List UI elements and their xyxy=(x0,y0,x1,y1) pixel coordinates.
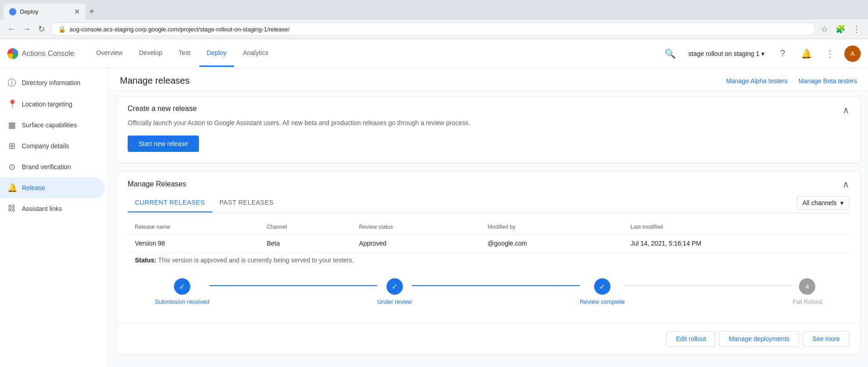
timeline-step-fullrollout: 4 Full Rollout xyxy=(793,278,822,305)
sidebar-item-location-targeting[interactable]: 📍 Location targeting xyxy=(0,94,105,115)
channel-filter[interactable]: All channels ▾ xyxy=(797,196,850,210)
nav-links: Overview Develop Test Deploy Analytics xyxy=(89,40,661,67)
progress-timeline: ✓ Submission received ✓ Under review xyxy=(128,267,849,312)
nav-test[interactable]: Test xyxy=(171,40,198,67)
tabs-row: CURRENT RELEASES PAST RELEASES All chann… xyxy=(128,193,849,213)
col-modified-by: Modified by xyxy=(481,220,624,234)
bookmark-icon[interactable]: ☆ xyxy=(819,22,830,36)
step-label-review: Under review xyxy=(377,298,412,305)
surface-icon: ▦ xyxy=(7,120,16,130)
search-button[interactable]: 🔍 xyxy=(661,45,680,63)
step-circle-complete: ✓ xyxy=(594,278,610,295)
help-button[interactable]: ? xyxy=(774,45,792,63)
create-release-content: Create a new release ∧ Officially launch… xyxy=(117,97,860,163)
see-more-button[interactable]: See more xyxy=(803,331,849,347)
tab-favicon xyxy=(9,8,16,15)
new-tab-button[interactable]: + xyxy=(85,5,98,19)
release-tabs: CURRENT RELEASES PAST RELEASES xyxy=(128,193,281,212)
project-chevron-icon: ▾ xyxy=(761,50,764,57)
manage-releases-collapse-icon[interactable]: ∧ xyxy=(843,179,849,190)
back-button[interactable]: ← xyxy=(5,23,17,36)
timeline-step-complete: ✓ Review complete xyxy=(580,278,625,305)
logo-area: Actions Console xyxy=(7,48,74,59)
step-check-icon-submission: ✓ xyxy=(179,282,185,291)
info-icon: ⓘ xyxy=(7,77,16,88)
extension-icon[interactable]: 🧩 xyxy=(833,22,847,36)
cell-review-status: Approved xyxy=(352,234,481,253)
sidebar-label-brand-verification: Brand verification xyxy=(22,163,71,171)
nav-develop[interactable]: Develop xyxy=(132,40,169,67)
lock-icon: 🔒 xyxy=(58,25,66,33)
app-container: Actions Console Overview Develop Test De… xyxy=(0,39,868,367)
project-name: stage rollout on staging 1 xyxy=(689,50,759,57)
nav-right: 🔍 stage rollout on staging 1 ▾ ? 🔔 ⋮ A xyxy=(661,45,861,63)
browser-chrome: Deploy ✕ + ← → ↻ 🔒 aog-console.acs-stagi… xyxy=(0,0,868,39)
manage-beta-testers-link[interactable]: Manage Beta testers xyxy=(799,77,857,85)
step-circle-fullrollout: 4 xyxy=(799,278,815,295)
sidebar-item-directory-information[interactable]: ⓘ Directory information xyxy=(0,72,105,94)
manage-releases-title: Manage Releases xyxy=(128,180,186,188)
refresh-button[interactable]: ↻ xyxy=(36,22,47,36)
manage-releases-section: Manage Releases ∧ CURRENT RELEASES PAST … xyxy=(116,171,861,354)
nav-overview[interactable]: Overview xyxy=(89,40,130,67)
sidebar-label-release: Release xyxy=(22,184,45,191)
sidebar-item-release[interactable]: 🔔 Release xyxy=(0,177,105,198)
shield-icon: ⊙ xyxy=(7,162,16,172)
timeline-step-submission: ✓ Submission received xyxy=(155,278,209,305)
notifications-button[interactable]: 🔔 xyxy=(797,45,815,63)
avatar[interactable]: A xyxy=(844,45,861,62)
nav-deploy[interactable]: Deploy xyxy=(199,40,234,67)
menu-icon[interactable]: ⋮ xyxy=(851,22,863,36)
tab-past-releases[interactable]: PAST RELEASES xyxy=(212,193,281,212)
create-release-title: Create a new release xyxy=(128,105,197,113)
col-review-status: Review status xyxy=(352,220,481,234)
manage-alpha-testers-link[interactable]: Manage Alpha testers xyxy=(726,77,787,85)
create-release-header: Create a new release ∧ xyxy=(128,97,849,119)
table-row[interactable]: Version 98 Beta Approved @google.com Jul… xyxy=(128,234,849,253)
sidebar-item-surface-capabilities[interactable]: ▦ Surface capabilities xyxy=(0,115,105,136)
manage-releases-content: Manage Releases ∧ CURRENT RELEASES PAST … xyxy=(117,171,860,323)
create-release-collapse-icon[interactable]: ∧ xyxy=(843,105,849,116)
status-label: Status: xyxy=(135,256,156,264)
timeline-step-review: ✓ Under review xyxy=(377,278,412,305)
sidebar-item-brand-verification[interactable]: ⊙ Brand verification xyxy=(0,156,105,177)
cell-channel: Beta xyxy=(259,234,352,253)
link-icon: ⛓ xyxy=(7,204,16,213)
tab-close-button[interactable]: ✕ xyxy=(74,7,80,16)
company-icon: ⊞ xyxy=(7,141,16,151)
start-new-release-button[interactable]: Start new release xyxy=(128,136,199,152)
status-text: This version is approved and is currentl… xyxy=(158,256,354,264)
more-options-button[interactable]: ⋮ xyxy=(821,45,839,63)
tab-title: Deploy xyxy=(20,8,38,15)
sidebar-label-directory-information: Directory information xyxy=(22,79,80,86)
timeline-line-1 xyxy=(209,285,377,286)
channel-filter-chevron: ▾ xyxy=(840,199,843,206)
create-release-section: Create a new release ∧ Officially launch… xyxy=(116,97,861,164)
channel-filter-label: All channels xyxy=(803,199,837,206)
sidebar-item-company-details[interactable]: ⊞ Company details xyxy=(0,136,105,156)
col-last-modified: Last modified xyxy=(623,220,849,234)
table-header-row: Release name Channel Review status Modif… xyxy=(128,220,849,234)
app-name: Actions Console xyxy=(22,50,74,58)
nav-analytics[interactable]: Analytics xyxy=(236,40,276,67)
bell-icon: 🔔 xyxy=(7,183,16,193)
url-bar[interactable]: 🔒 aog-console.acs-staging.corp.google.co… xyxy=(50,22,815,36)
sidebar-label-company-details: Company details xyxy=(22,142,69,150)
tab-current-releases[interactable]: CURRENT RELEASES xyxy=(128,193,212,212)
project-selector[interactable]: stage rollout on staging 1 ▾ xyxy=(685,46,768,61)
step-circle-submission: ✓ xyxy=(174,278,190,295)
url-text: aog-console.acs-staging.corp.google.com/… xyxy=(69,26,290,33)
cell-release-name: Version 98 xyxy=(128,234,259,253)
status-row: Status: This version is approved and is … xyxy=(128,253,849,267)
location-icon: 📍 xyxy=(7,99,16,109)
step-label-complete: Review complete xyxy=(580,298,625,305)
main-layout: ⓘ Directory information 📍 Location targe… xyxy=(0,68,868,367)
browser-tab[interactable]: Deploy ✕ xyxy=(4,4,85,20)
cell-modified-by: @google.com xyxy=(481,234,624,253)
manage-deployments-button[interactable]: Manage deployments xyxy=(719,331,799,347)
forward-button[interactable]: → xyxy=(21,23,33,36)
edit-rollout-button[interactable]: Edit rollout xyxy=(666,331,715,347)
sidebar-item-assistant-links[interactable]: ⛓ Assistant links xyxy=(0,198,105,219)
tab-bar: Deploy ✕ + xyxy=(0,0,868,20)
google-logo xyxy=(7,48,18,59)
